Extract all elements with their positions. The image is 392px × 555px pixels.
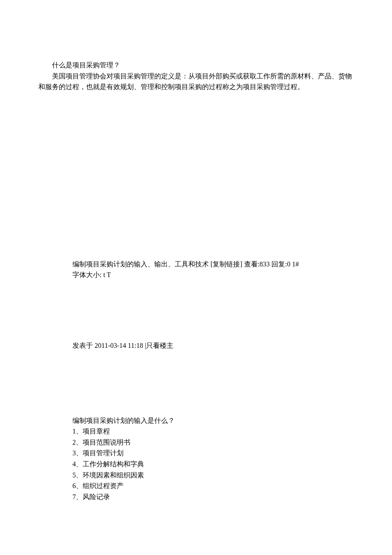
section-1-title: 什么是项目采购管理？ [38, 60, 354, 71]
list-item: 1、项目章程 [72, 426, 354, 437]
list-item: 6、组织过程资产 [72, 480, 354, 491]
list-item: 4、工作分解结构和字典 [72, 459, 354, 470]
inputs-heading: 编制项目采购计划的输入是什么？ [72, 415, 354, 426]
list-item: 5、环境因素和组织因素 [72, 470, 354, 481]
list-item: 3、项目管理计划 [72, 448, 354, 459]
section-3: 发表于 2011-03-14 11:18 |只看楼主 [38, 340, 354, 351]
section-1: 什么是项目采购管理？ 美国项目管理协会对项目采购管理的定义是：从项目外部购买或获… [38, 60, 354, 92]
section-2: 编制项目采购计划的输入、输出、工具和技术 [复制链接] 查看:833 回复:0 … [38, 259, 354, 280]
document-page: 什么是项目采购管理？ 美国项目管理协会对项目采购管理的定义是：从项目外部购买或获… [0, 0, 392, 502]
section-1-body: 美国项目管理协会对项目采购管理的定义是：从项目外部购买或获取工作所需的原材料、产… [38, 71, 354, 92]
list-item: 7、风险记录 [72, 491, 354, 503]
font-size-line: 字体大小: t T [72, 269, 354, 280]
list-item: 2、项目范围说明书 [72, 437, 354, 448]
post-title-line: 编制项目采购计划的输入、输出、工具和技术 [复制链接] 查看:833 回复:0 … [72, 259, 354, 270]
section-4: 编制项目采购计划的输入是什么？ 1、项目章程 2、项目范围说明书 3、项目管理计… [38, 415, 354, 503]
post-meta: 发表于 2011-03-14 11:18 |只看楼主 [72, 340, 354, 351]
